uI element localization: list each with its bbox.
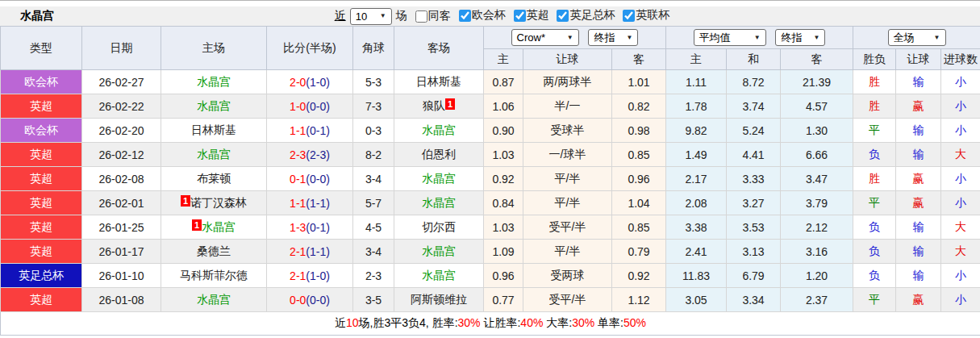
half-time-score: (1-1): [306, 197, 330, 210]
matches-table: 类型 日期 主场 比分(半场) 角球 客场 Crow*▼ 终指▼ 平均值▼ 终指…: [0, 26, 980, 336]
away-team[interactable]: 水晶宫: [394, 264, 484, 288]
result-cell: 平: [853, 288, 896, 312]
result-cell: 负: [853, 215, 896, 240]
corner-count: 3-4: [353, 167, 394, 191]
away-team[interactable]: 水晶宫: [394, 119, 484, 143]
league-filter[interactable]: 英超: [514, 8, 549, 23]
team-name: 水晶宫: [422, 172, 456, 185]
average-select[interactable]: 平均值▼: [694, 29, 766, 46]
score-cell: 2-3(2-3): [267, 143, 353, 167]
average-stage-select[interactable]: 终指▼: [775, 29, 825, 46]
chevron-down-icon: ▼: [814, 35, 820, 41]
home-team[interactable]: 水晶宫: [161, 288, 267, 312]
avg-draw-odds: 3.34: [727, 288, 781, 312]
odds-away: 0.85: [612, 143, 666, 167]
full-time-score: 2-1: [290, 269, 306, 282]
team-name: 水晶宫: [202, 220, 236, 233]
goals-result-cell: 小: [941, 288, 980, 312]
goals-result-cell: 小: [941, 70, 980, 94]
avg-away-odds: 3.47: [781, 167, 853, 191]
bookmaker-select[interactable]: Crow*▼: [511, 29, 579, 46]
chevron-down-icon: ▼: [627, 35, 633, 41]
away-team[interactable]: 日林斯基: [394, 70, 484, 94]
odds-home: 0.87: [484, 70, 523, 94]
goals-result-cell: 小: [941, 191, 980, 215]
same-away-label: 同客: [428, 9, 451, 23]
match-row: 英超 26-02-01 1诺丁汉森林 1-1(1-1) 5-7 水晶宫 0.84…: [1, 191, 980, 215]
home-team[interactable]: 水晶宫: [161, 94, 267, 119]
full-time-score: 2-1: [290, 245, 306, 258]
away-team[interactable]: 伯恩利: [394, 143, 484, 167]
home-team[interactable]: 桑德兰: [161, 240, 267, 264]
filter-controls: 近 10▼ 场 同客 欧会杯 英超 英足总杯 英联杯: [335, 8, 675, 25]
away-team[interactable]: 水晶宫: [394, 167, 484, 191]
away-team[interactable]: 狼队1: [394, 94, 484, 119]
league-checkbox[interactable]: [557, 10, 569, 22]
odds-home: 1.06: [484, 94, 523, 119]
league-filter[interactable]: 英联杯: [623, 8, 669, 23]
bookmaker-stage-select[interactable]: 终指▼: [588, 29, 638, 46]
result-cell: 胜: [853, 167, 896, 191]
away-team[interactable]: 水晶宫: [394, 191, 484, 215]
avg-away-odds: 1.20: [781, 264, 853, 288]
same-away-checkbox[interactable]: [415, 10, 427, 23]
summary-stat-value: 10: [346, 316, 359, 329]
team-name: 切尔西: [422, 220, 456, 233]
league-filter[interactable]: 英足总杯: [557, 8, 615, 23]
home-team[interactable]: 1水晶宫: [161, 215, 267, 240]
handicap-result-cell: 输: [896, 240, 941, 264]
half-time-score: (0-0): [306, 294, 330, 307]
odds-away: 1.01: [612, 70, 666, 94]
corner-count: 3-4: [353, 240, 394, 264]
home-team[interactable]: 水晶宫: [161, 143, 267, 167]
goals-result-cell: 小: [941, 264, 980, 288]
score-cell: 2-1(1-0): [267, 264, 353, 288]
summary-cell: 近10场,胜3平3负4, 胜率:30% 让胜率:40% 大率:30% 单率:50…: [1, 312, 980, 336]
recent-link[interactable]: 近: [335, 9, 346, 23]
away-team[interactable]: 阿斯顿维拉: [394, 288, 484, 312]
average-value: 平均值: [699, 31, 731, 45]
home-team[interactable]: 马科斯菲尔德: [161, 264, 267, 288]
scope-group-header: 全场▼: [853, 27, 980, 49]
league-checkbox[interactable]: [514, 10, 526, 22]
avg-home-odds: 1.49: [666, 143, 727, 167]
league-filter[interactable]: 欧会杯: [459, 8, 506, 23]
odds-home: 0.84: [484, 191, 523, 215]
home-team[interactable]: 布莱顿: [161, 167, 267, 191]
goals-result-cell: 小: [941, 119, 980, 143]
half-time-score: (0-1): [306, 124, 330, 137]
league-type-badge: 英超: [1, 167, 82, 191]
full-time-score: 2-0: [290, 76, 306, 89]
red-card-badge: 1: [192, 219, 202, 231]
league-checkbox[interactable]: [459, 10, 471, 22]
summary-stat-label: 大率:: [543, 316, 572, 329]
away-team[interactable]: 水晶宫: [394, 240, 484, 264]
col-away: 客场: [394, 27, 484, 70]
result-cell: 负: [853, 143, 896, 167]
result-cell: 胜: [853, 94, 896, 119]
score-cell: 2-0(1-0): [267, 70, 353, 94]
summary-stat-value: 50%: [623, 316, 646, 329]
league-type-badge: 英超: [1, 143, 82, 167]
away-team[interactable]: 切尔西: [394, 215, 484, 240]
league-checkbox[interactable]: [623, 10, 635, 22]
match-count-select[interactable]: 10▼: [350, 8, 392, 25]
league-filter-label: 英足总杯: [569, 8, 615, 23]
same-away-filter[interactable]: 同客: [415, 9, 451, 23]
league-type-badge: 欧会杯: [1, 119, 82, 143]
half-time-score: (1-1): [306, 245, 330, 258]
team-name: 水晶宫: [197, 293, 231, 306]
match-count-value: 10: [356, 10, 367, 23]
team-name: 阿斯顿维拉: [411, 293, 467, 306]
home-team[interactable]: 1诺丁汉森林: [161, 191, 267, 215]
home-team[interactable]: 日林斯基: [161, 119, 267, 143]
league-filter-label: 英联杯: [636, 8, 669, 23]
goals-result-cell: 大: [941, 215, 980, 240]
top-divider: [0, 0, 980, 6]
scope-select[interactable]: 全场▼: [888, 29, 946, 46]
league-type-badge: 英超: [1, 191, 82, 215]
league-type-badge: 英超: [1, 94, 82, 119]
corner-count: 0-3: [353, 119, 394, 143]
score-cell: 2-1(1-1): [267, 240, 353, 264]
home-team[interactable]: 水晶宫: [161, 70, 267, 94]
